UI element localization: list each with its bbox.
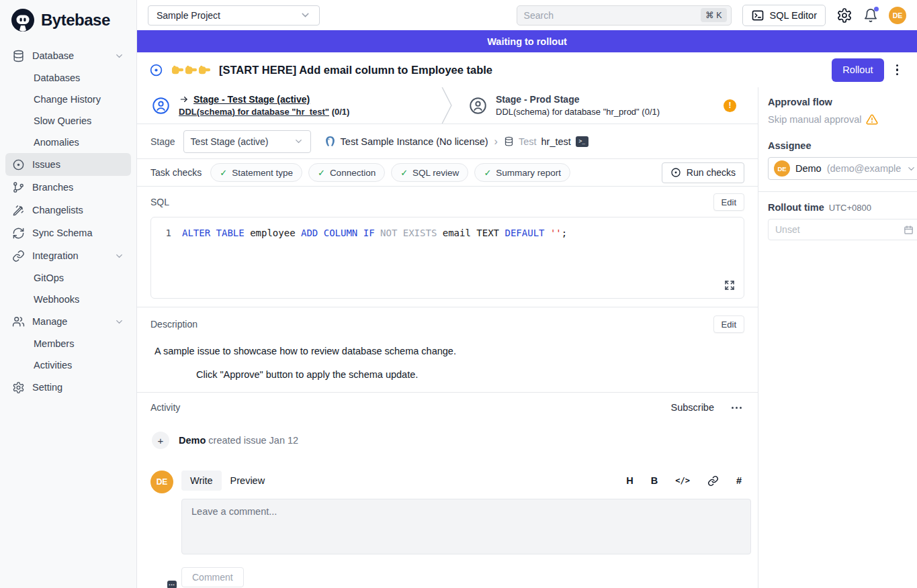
calendar-icon [904,225,914,235]
sql-editor-button[interactable]: SQL Editor [742,5,826,26]
subscribe-button[interactable]: Subscribe [671,402,714,413]
approval-flow-label: Approval flow [768,97,917,107]
settings-gear-icon[interactable] [836,7,853,23]
stage-select-dropdown[interactable]: Test Stage (active) [183,130,311,153]
sidebar: Bytebase Database Databases Change Histo… [0,0,137,588]
stage-label: Stage [150,136,175,147]
open-sql-editor-badge-icon[interactable]: >_ [576,136,588,147]
notifications-bell[interactable] [863,8,878,23]
bold-format-icon[interactable]: B [651,475,658,486]
check-pill-connection[interactable]: ✓Connection [308,163,385,182]
check-pill-sql-review[interactable]: ✓SQL review [391,163,468,182]
hash-format-icon[interactable]: # [736,475,742,486]
run-checks-button[interactable]: Run checks [662,162,744,183]
sidebar-item-changelists[interactable]: Changelists [5,199,131,222]
run-target-icon [670,167,681,178]
search-box[interactable]: ⌘ K [517,5,732,26]
heading-format-icon[interactable]: H [626,475,633,486]
activity-menu-ellipsis[interactable] [729,404,744,411]
description-edit-button[interactable]: Edit [713,315,744,333]
bytebase-logo[interactable]: Bytebase [0,0,136,40]
check-pass-icon: ✓ [318,168,325,178]
stage-name: Stage - Test Stage (active) [193,94,310,105]
event-text: created issue Jan 12 [208,435,298,446]
sidebar-item-members[interactable]: Members [5,333,131,354]
sidebar-item-databases[interactable]: Databases [5,67,131,89]
code-format-icon[interactable]: </> [675,476,690,485]
stage-card-prod[interactable]: Stage - Prod Stage DDL(schema) for datab… [454,87,758,124]
breadcrumb-separator: › [493,136,499,148]
chevron-down-icon [294,136,304,146]
rollout-time-picker[interactable] [768,219,917,240]
project-selector[interactable]: Sample Project [148,5,320,26]
check-pill-statement-type[interactable]: ✓Statement type [210,163,302,182]
database-name[interactable]: hr_test [541,136,571,147]
sidebar-item-manage[interactable]: Manage [5,310,131,333]
user-avatar[interactable]: DE [889,7,906,24]
stage-card-test[interactable]: Stage - Test Stage (active) DDL(schema) … [137,87,441,124]
rollout-button[interactable]: Rollout [832,58,883,82]
format-toolbar: H B </> # [626,475,751,487]
search-input[interactable] [524,10,701,21]
issue-menu-kebab[interactable] [892,60,903,80]
git-branch-icon [12,181,25,194]
current-stage-arrow-icon [179,95,189,104]
issue-title-row: [START HERE] Add email column to Employe… [137,52,917,87]
sidebar-item-branches[interactable]: Branches [5,176,131,199]
task-checks-row: Task checks ✓Statement type ✓Connection … [137,159,758,187]
sql-edit-button[interactable]: Edit [713,193,744,211]
description-section: Description Edit A sample issue to showc… [137,307,758,393]
event-author: Demo [179,435,206,446]
activity-event: + Demo created issue Jan 12 [152,432,744,449]
stage-person-icon [469,97,487,115]
assignee-label: Assignee [768,140,917,151]
rollout-timezone: UTC+0800 [829,203,871,213]
rollout-time-input[interactable] [775,224,904,235]
check-pass-icon: ✓ [484,168,491,178]
sql-code-editor[interactable]: 1 ALTER TABLE employee ADD COLUMN IF NOT… [150,217,744,299]
description-section-title: Description [150,319,198,330]
point-right-emoji-icon [185,64,198,77]
content-row: Stage - Test Stage (active) DDL(schema) … [137,87,917,588]
stage-name: Stage - Prod Stage [496,94,579,105]
sidebar-item-change-history[interactable]: Change History [5,89,131,110]
sidebar-item-activities[interactable]: Activities [5,354,131,376]
sidebar-item-gitops[interactable]: GitOps [5,267,131,289]
pointing-right-emoji-row [171,64,211,77]
chevron-down-icon [114,51,124,61]
sidebar-item-slow-queries[interactable]: Slow Queries [5,110,131,132]
sidebar-item-integration[interactable]: Integration [5,244,131,267]
terminal-icon [751,9,765,22]
sidebar-item-webhooks[interactable]: Webhooks [5,289,131,310]
expand-editor-icon[interactable] [724,280,735,291]
rollout-time-label: Rollout time [768,202,824,213]
check-pill-summary-report[interactable]: ✓Summary report [474,163,570,182]
stage-task-count: (0/1) [332,107,350,117]
assignee-dropdown[interactable]: DE Demo (demo@example [768,157,917,180]
comment-input[interactable] [181,499,751,554]
instance-name[interactable]: Test Sample Instance (No license) [341,136,488,147]
activity-section: Activity Subscribe + Demo created issue … [137,393,758,587]
attention-warning-badge: ! [724,99,736,112]
sidebar-item-anomalies[interactable]: Anomalies [5,132,131,153]
sync-refresh-icon [12,227,25,240]
stage-selector-row: Stage Test Stage (active) Test Sample In… [137,124,758,159]
sidebar-item-database[interactable]: Database [5,44,131,67]
link-format-icon[interactable] [707,475,719,487]
issue-main: Stage - Test Stage (active) DDL(schema) … [137,87,758,588]
description-line: Click "Approve" button to apply the sche… [196,369,744,380]
sidebar-item-sync-schema[interactable]: Sync Schema [5,222,131,244]
sidebar-item-setting[interactable]: Setting [5,376,131,399]
environment-tag: Test [519,136,537,147]
chevron-down-icon [300,9,311,21]
line-number: 1 [151,226,182,240]
sql-code-line: 1 ALTER TABLE employee ADD COLUMN IF NOT… [151,226,744,240]
bytebase-app: Bytebase Database Databases Change Histo… [0,0,917,588]
topbar-actions: ⌘ K SQL Editor DE [517,5,906,26]
stage-strip: Stage - Test Stage (active) DDL(schema) … [137,87,758,124]
sidebar-item-issues[interactable]: Issues [5,153,131,176]
assignee-email: (demo@example [827,163,902,174]
tab-write[interactable]: Write [181,471,222,491]
comment-submit-button[interactable]: Comment [181,567,244,587]
tab-preview[interactable]: Preview [222,471,274,491]
